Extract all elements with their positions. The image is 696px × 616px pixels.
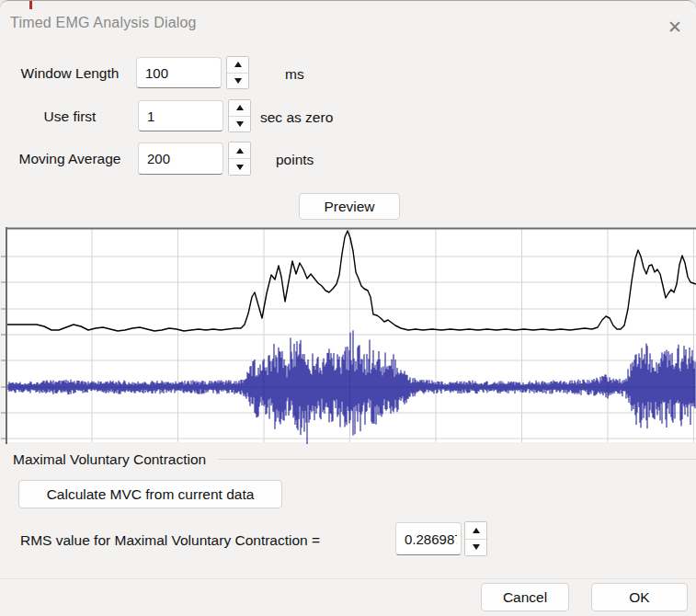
arrow-up-icon [473,528,480,533]
rms-spinner [464,521,487,556]
moving-average-unit: points [276,152,314,168]
spin-up-button[interactable] [229,143,250,158]
ok-button[interactable]: OK [591,583,688,611]
close-icon[interactable]: ✕ [658,10,691,43]
recording-artifact [29,1,32,9]
window-length-input[interactable] [136,57,222,88]
arrow-down-icon [473,544,480,550]
mvc-group-border [218,459,696,460]
arrow-down-icon [236,165,244,170]
use-first-input[interactable] [138,100,223,131]
spin-down-button[interactable] [227,73,248,89]
spin-up-button[interactable] [229,100,250,116]
cancel-button[interactable]: Cancel [481,583,569,611]
emg-chart-svg [0,227,696,444]
preview-button[interactable]: Preview [299,193,400,220]
spin-up-button[interactable] [465,522,486,539]
moving-average-input[interactable] [138,143,223,175]
footer-separator [0,578,696,579]
arrow-up-icon [236,105,244,110]
use-first-label: Use first [6,108,134,125]
arrow-down-icon [234,78,242,84]
calculate-mvc-button[interactable]: Calculate MVC from current data [18,480,282,508]
arrow-down-icon [236,121,244,127]
window-length-spinner [226,56,249,89]
window-length-label: Window Length [6,65,134,82]
use-first-unit: sec as zero [260,109,333,126]
spin-up-button[interactable] [227,57,248,73]
rms-value-input[interactable] [395,522,462,555]
spin-down-button[interactable] [465,539,486,556]
rms-label: RMS value for Maximal Voluntary Contract… [20,532,320,549]
moving-average-spinner [228,142,251,176]
use-first-spinner [228,99,251,132]
mvc-group-title: Maximal Voluntary Contraction [13,451,206,468]
spin-down-button[interactable] [229,158,250,175]
spin-down-button[interactable] [229,116,250,132]
emg-preview-chart [0,227,696,444]
timed-emg-analysis-dialog: Timed EMG Analysis Dialog ✕ Window Lengt… [0,0,696,616]
window-length-unit: ms [285,66,304,83]
dialog-title: Timed EMG Analysis Dialog [10,15,197,31]
arrow-up-icon [234,62,242,67]
moving-average-label: Moving Average [6,151,134,167]
arrow-up-icon [236,148,244,154]
